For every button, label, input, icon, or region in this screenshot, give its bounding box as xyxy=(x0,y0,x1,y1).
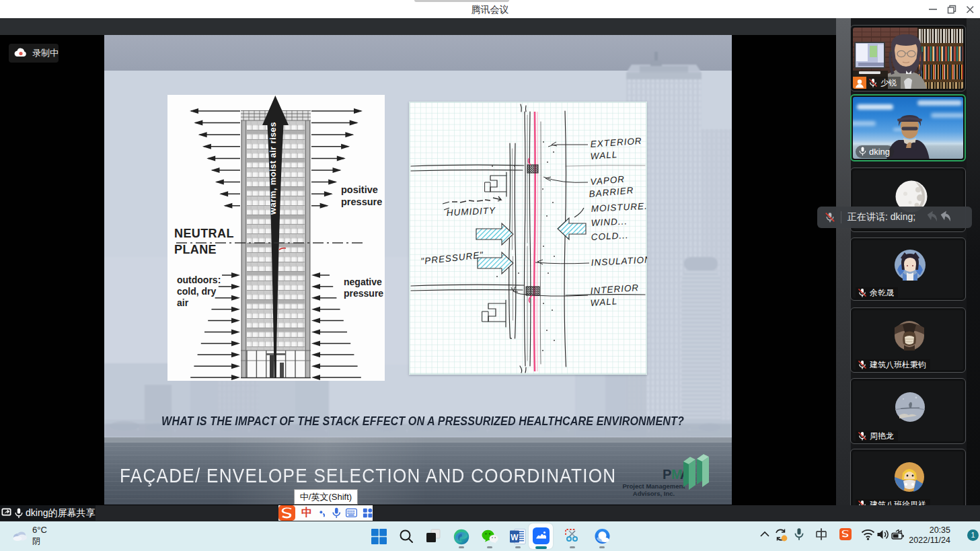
svg-text:warm, moist air rises: warm, moist air rises xyxy=(268,122,278,215)
svg-text:WIND...: WIND... xyxy=(591,216,628,228)
svg-text:WALL: WALL xyxy=(590,149,617,161)
svg-text:air: air xyxy=(177,297,189,308)
svg-text:Project Management: Project Management xyxy=(623,482,686,490)
svg-text:outdoors:: outdoors: xyxy=(177,274,221,285)
svg-text:pressure: pressure xyxy=(341,196,382,207)
svg-text:WALL: WALL xyxy=(590,296,617,308)
svg-text:Advisors, Inc.: Advisors, Inc. xyxy=(633,490,675,497)
svg-text:W: W xyxy=(511,533,519,542)
svg-text:positive: positive xyxy=(341,184,378,195)
svg-text:pressure: pressure xyxy=(344,288,383,299)
svg-text:P: P xyxy=(663,467,671,482)
svg-text:COLD...: COLD... xyxy=(591,230,628,242)
svg-text:NEUTRAL: NEUTRAL xyxy=(174,227,234,240)
svg-text:cold, dry: cold, dry xyxy=(177,286,217,297)
svg-text:negative: negative xyxy=(344,277,382,287)
svg-text:PLANE: PLANE xyxy=(174,243,217,256)
